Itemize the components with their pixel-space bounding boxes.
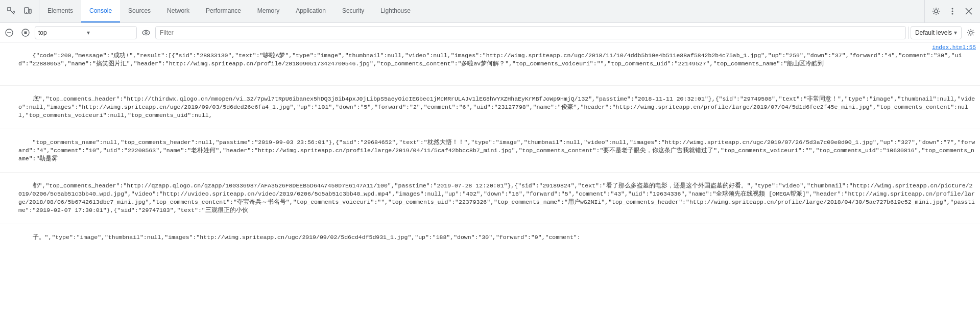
line-text: 都","top_comments_header":"http://qzapp.q… bbox=[18, 182, 975, 213]
tab-security[interactable]: Security bbox=[334, 0, 372, 22]
tab-console[interactable]: Console bbox=[81, 0, 120, 22]
tab-lighthouse[interactable]: Lighthouse bbox=[372, 0, 419, 22]
console-toolbar: top ▾ Default levels ▾ bbox=[0, 23, 980, 42]
tab-list: Elements Console Sources Network Perform… bbox=[39, 0, 924, 22]
chevron-down-icon-levels: ▾ bbox=[954, 29, 957, 36]
inspect-element-button[interactable] bbox=[4, 4, 18, 18]
line-text: "top_comments_name":null,"top_comments_h… bbox=[18, 139, 975, 162]
tab-network[interactable]: Network bbox=[159, 0, 198, 22]
close-devtools-button[interactable] bbox=[962, 4, 976, 18]
stop-button[interactable] bbox=[18, 26, 33, 40]
tab-application[interactable]: Application bbox=[288, 0, 334, 22]
console-line: {"code":200,"message":"成功!","result":[{"… bbox=[0, 42, 980, 86]
console-output: {"code":200,"message":"成功!","result":[{"… bbox=[0, 42, 980, 311]
line-text: {"code":200,"message":"成功!","result":[{"… bbox=[18, 52, 962, 67]
device-toolbar-button[interactable] bbox=[20, 4, 35, 18]
eye-button[interactable] bbox=[139, 26, 153, 40]
tab-elements[interactable]: Elements bbox=[39, 0, 81, 22]
tab-memory[interactable]: Memory bbox=[249, 0, 288, 22]
console-line: 底","top_comments_header":"http://thirdwx… bbox=[0, 86, 980, 129]
console-line: 子。","type":"image","thumbnail":null,"ima… bbox=[0, 224, 980, 251]
svg-point-7 bbox=[952, 13, 953, 15]
tab-right-icons bbox=[924, 0, 980, 22]
levels-value: Default levels bbox=[915, 29, 952, 36]
svg-point-11 bbox=[142, 30, 150, 35]
filter-input[interactable] bbox=[155, 26, 906, 39]
svg-rect-0 bbox=[8, 8, 11, 11]
svg-point-6 bbox=[952, 11, 953, 12]
more-options-button[interactable] bbox=[945, 4, 960, 18]
line-text: 子。","type":"image","thumbnail":null,"ima… bbox=[33, 234, 581, 241]
line-source[interactable]: index.html:55 bbox=[932, 43, 976, 52]
svg-point-12 bbox=[145, 32, 147, 34]
log-levels-selector[interactable]: Default levels ▾ bbox=[911, 26, 962, 39]
console-line: 都","top_comments_header":"http://qzapp.q… bbox=[0, 173, 980, 224]
svg-rect-10 bbox=[25, 31, 27, 34]
svg-point-5 bbox=[952, 8, 953, 10]
console-settings-button[interactable] bbox=[964, 26, 978, 40]
svg-point-3 bbox=[26, 12, 27, 13]
line-text: 底","top_comments_header":"http://thirdwx… bbox=[18, 95, 975, 118]
tab-performance[interactable]: Performance bbox=[198, 0, 249, 22]
execution-context-selector[interactable]: top ▾ bbox=[35, 26, 137, 39]
svg-point-13 bbox=[969, 31, 972, 34]
settings-button[interactable] bbox=[929, 4, 943, 18]
tab-sources[interactable]: Sources bbox=[120, 0, 159, 22]
devtools-left-icons bbox=[0, 0, 39, 22]
tab-bar: Elements Console Sources Network Perform… bbox=[0, 0, 980, 23]
console-line: "top_comments_name":null,"top_comments_h… bbox=[0, 129, 980, 173]
svg-point-4 bbox=[935, 10, 938, 13]
toolbar-divider bbox=[908, 27, 909, 39]
chevron-down-icon: ▾ bbox=[87, 29, 133, 36]
clear-console-button[interactable] bbox=[2, 26, 16, 40]
svg-rect-2 bbox=[29, 9, 31, 13]
context-value: top bbox=[38, 29, 85, 36]
